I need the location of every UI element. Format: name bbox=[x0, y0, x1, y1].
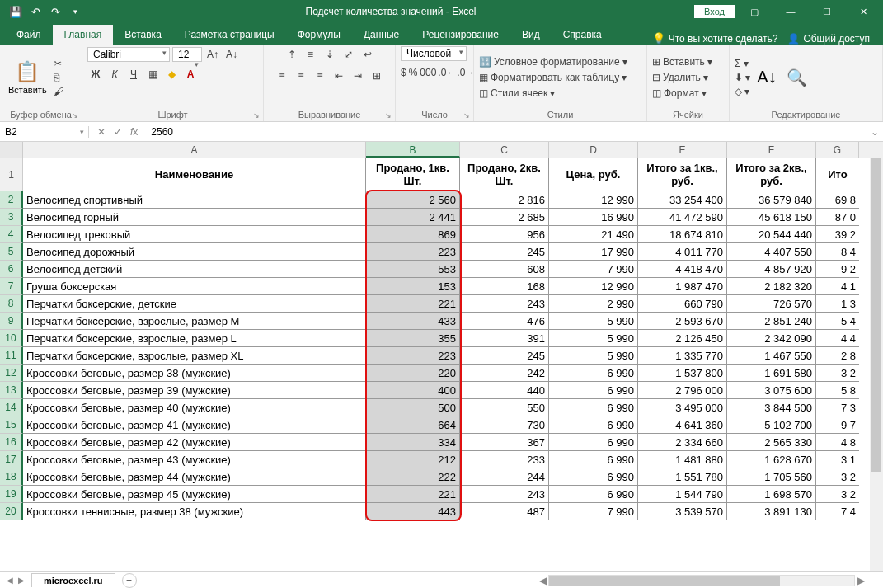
cell[interactable]: 12 990 bbox=[549, 278, 638, 295]
insert-cells-button[interactable]: ⊞ Вставить ▾ bbox=[652, 56, 712, 68]
cell[interactable]: Кроссовки беговые, размер 39 (мужские) bbox=[23, 382, 366, 399]
ribbon-tab-вставка[interactable]: Вставка bbox=[113, 25, 173, 45]
ribbon-tab-справка[interactable]: Справка bbox=[552, 25, 613, 45]
cell[interactable]: Велосипед детский bbox=[23, 261, 366, 278]
header-cell[interactable]: Продано, 2кв. Шт. bbox=[460, 158, 549, 191]
cell[interactable]: 1 335 770 bbox=[638, 347, 727, 365]
cell[interactable]: 726 570 bbox=[727, 295, 816, 313]
ribbon-tab-разметка страницы[interactable]: Разметка страницы bbox=[173, 25, 286, 45]
align-middle-icon[interactable]: ≡ bbox=[303, 46, 319, 63]
save-icon[interactable]: 💾 bbox=[8, 4, 23, 19]
cell[interactable]: 367 bbox=[460, 434, 549, 451]
cell[interactable]: 3 075 600 bbox=[727, 382, 816, 399]
expand-formula-bar-icon[interactable]: ⌄ bbox=[867, 126, 883, 138]
cell[interactable]: 2 851 240 bbox=[727, 313, 816, 330]
cell[interactable]: 7 990 bbox=[549, 503, 638, 520]
redo-icon[interactable]: ↷ bbox=[48, 4, 63, 19]
cell[interactable]: Велосипед дорожный bbox=[23, 243, 366, 261]
cell[interactable]: 1 3 bbox=[816, 295, 859, 313]
spreadsheet-grid[interactable]: ABCDEFG 1 Наименование Продано, 1кв. Шт.… bbox=[0, 142, 883, 571]
cell[interactable]: 69 8 bbox=[816, 191, 859, 209]
enter-formula-icon[interactable]: ✓ bbox=[114, 126, 122, 138]
cell[interactable]: 660 790 bbox=[638, 295, 727, 313]
cell[interactable]: 1 987 470 bbox=[638, 278, 727, 295]
cell[interactable]: 1 537 800 bbox=[638, 365, 727, 382]
cell[interactable]: 4 407 550 bbox=[727, 243, 816, 261]
underline-button[interactable]: Ч bbox=[125, 66, 142, 82]
ribbon-tab-формулы[interactable]: Формулы bbox=[286, 25, 352, 45]
cell[interactable]: Велосипед спортивный bbox=[23, 191, 366, 209]
shrink-font-icon[interactable]: A↓ bbox=[223, 46, 240, 63]
border-icon[interactable]: ▦ bbox=[144, 66, 161, 82]
cell[interactable]: 2 990 bbox=[549, 295, 638, 313]
cell[interactable]: 5 990 bbox=[549, 330, 638, 347]
cell[interactable]: 3 2 bbox=[816, 486, 859, 503]
cell[interactable]: 39 2 bbox=[816, 226, 859, 243]
cell[interactable]: 869 bbox=[366, 226, 460, 243]
align-bottom-icon[interactable]: ⇣ bbox=[322, 46, 338, 63]
cell[interactable]: 4 857 920 bbox=[727, 261, 816, 278]
copy-icon[interactable]: ⎘ bbox=[54, 72, 63, 83]
ribbon-tab-главная[interactable]: Главная bbox=[53, 25, 114, 45]
cell[interactable]: 2 441 bbox=[366, 209, 460, 226]
cell[interactable]: 168 bbox=[460, 278, 549, 295]
cell[interactable]: 242 bbox=[460, 365, 549, 382]
align-center-icon[interactable]: ≡ bbox=[293, 68, 309, 84]
row-header[interactable]: 16 bbox=[0, 434, 23, 451]
row-header[interactable]: 12 bbox=[0, 365, 23, 382]
cell[interactable]: 1 551 780 bbox=[638, 468, 727, 486]
ribbon-tab-вид[interactable]: Вид bbox=[510, 25, 552, 45]
select-all-corner[interactable] bbox=[0, 142, 23, 158]
row-header[interactable]: 5 bbox=[0, 243, 23, 261]
sort-filter-button[interactable]: A↓ bbox=[754, 66, 779, 88]
row-header[interactable]: 6 bbox=[0, 261, 23, 278]
row-header[interactable]: 4 bbox=[0, 226, 23, 243]
cell[interactable]: Кроссовки беговые, размер 40 (мужские) bbox=[23, 399, 366, 416]
column-header[interactable]: C bbox=[460, 142, 549, 158]
cell[interactable]: 221 bbox=[366, 295, 460, 313]
cell[interactable]: 223 bbox=[366, 243, 460, 261]
cell[interactable]: 5 8 bbox=[816, 382, 859, 399]
cell[interactable]: 222 bbox=[366, 468, 460, 486]
paste-button[interactable]: 📋 Вставить bbox=[5, 59, 50, 96]
cell[interactable]: 400 bbox=[366, 382, 460, 399]
dialog-launcher-icon[interactable]: ↘ bbox=[253, 111, 260, 120]
cell[interactable]: 6 990 bbox=[549, 451, 638, 468]
cell[interactable]: 12 990 bbox=[549, 191, 638, 209]
close-icon[interactable]: ✕ bbox=[847, 1, 880, 22]
sheet-nav-prev-icon[interactable]: ◀ bbox=[7, 576, 13, 585]
ribbon-tab-рецензирование[interactable]: Рецензирование bbox=[411, 25, 510, 45]
cell[interactable]: 4 011 770 bbox=[638, 243, 727, 261]
cell[interactable]: 1 698 570 bbox=[727, 486, 816, 503]
cell[interactable]: Кроссовки беговые, размер 41 (мужские) bbox=[23, 416, 366, 434]
align-right-icon[interactable]: ≡ bbox=[312, 68, 328, 84]
cell[interactable]: Перчатки боксерские, взрослые, размер L bbox=[23, 330, 366, 347]
cell[interactable]: 3 495 000 bbox=[638, 399, 727, 416]
share-button[interactable]: Общий доступ bbox=[787, 33, 870, 45]
cell[interactable]: 1 691 580 bbox=[727, 365, 816, 382]
row-header[interactable]: 17 bbox=[0, 451, 23, 468]
cell[interactable]: 6 990 bbox=[549, 486, 638, 503]
cell[interactable]: 500 bbox=[366, 399, 460, 416]
cell[interactable]: Перчатки боксерские, детские bbox=[23, 295, 366, 313]
cell[interactable]: 730 bbox=[460, 416, 549, 434]
cell[interactable]: 18 674 810 bbox=[638, 226, 727, 243]
format-painter-icon[interactable]: 🖌 bbox=[54, 86, 63, 97]
percent-icon[interactable]: % bbox=[409, 64, 418, 81]
cell[interactable]: 2 334 660 bbox=[638, 434, 727, 451]
cell[interactable]: 476 bbox=[460, 313, 549, 330]
cell[interactable]: 17 990 bbox=[549, 243, 638, 261]
cell[interactable]: Перчатки боксерские, взрослые, размер XL bbox=[23, 347, 366, 365]
delete-cells-button[interactable]: ⊟ Удалить ▾ bbox=[652, 72, 712, 83]
cell[interactable]: 220 bbox=[366, 365, 460, 382]
orientation-icon[interactable]: ⤢ bbox=[341, 46, 357, 63]
header-cell[interactable]: Итого за 1кв., руб. bbox=[638, 158, 727, 191]
dialog-launcher-icon[interactable]: ↘ bbox=[385, 111, 392, 120]
row-header[interactable]: 2 bbox=[0, 191, 23, 209]
cancel-formula-icon[interactable]: ✕ bbox=[97, 126, 106, 138]
cell[interactable]: 21 490 bbox=[549, 226, 638, 243]
format-cells-button[interactable]: ◫ Формат ▾ bbox=[652, 87, 712, 99]
cell[interactable]: 664 bbox=[366, 416, 460, 434]
horizontal-scrollbar[interactable]: ◀ ▶ bbox=[537, 575, 867, 586]
thousands-icon[interactable]: 000 bbox=[420, 64, 436, 81]
